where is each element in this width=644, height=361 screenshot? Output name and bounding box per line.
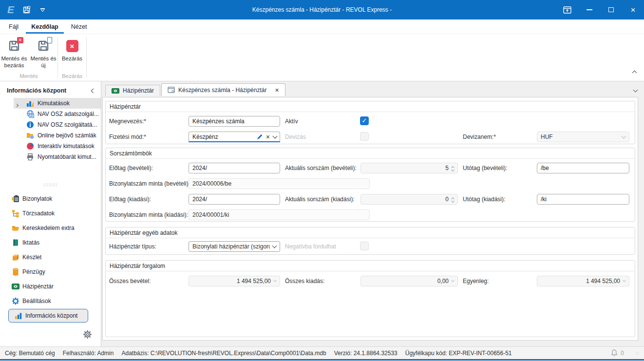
gear-icon: [12, 297, 19, 305]
quick-access-dropdown-icon[interactable]: [40, 8, 45, 11]
edit-pencil-icon[interactable]: [257, 134, 263, 140]
tab-label: Fájl: [9, 23, 19, 30]
spinner-arrows-icon: [452, 196, 454, 202]
tab-overflow-icon[interactable]: [634, 86, 637, 93]
ribbon-collapse-icon[interactable]: [633, 69, 636, 76]
sidebar-item-label: Iktatás: [22, 239, 39, 246]
sidebar-item-kereskedelem-extra[interactable]: Kereskedelem extra: [0, 221, 101, 235]
ribbon-pin-icon[interactable]: [556, 0, 578, 19]
close-tab-icon[interactable]: ×: [275, 87, 279, 94]
sidebar-splitter-handle[interactable]: ∷∷∷∷: [0, 184, 101, 190]
save-and-close-button[interactable]: × Mentés és bezárás: [0, 36, 28, 69]
sidebar-item-kimutatasok[interactable]: Kimutatások: [14, 98, 101, 109]
button-label: Mentés és bezárás: [0, 55, 28, 69]
tab-label: Kezdőlap: [31, 23, 58, 30]
sidebar-item-hazipenztar[interactable]: Házipénztár: [0, 279, 101, 294]
sidebar-item-nav-osz-adatszolg[interactable]: ab NAV OSZ adatszolgál...: [14, 109, 101, 119]
utotag-beveteli-input[interactable]: [537, 163, 629, 173]
tab-nezet[interactable]: Nézet: [65, 19, 94, 34]
chevron-right-icon[interactable]: [16, 101, 18, 108]
sidebar-item-informacios-kozpont[interactable]: Információs központ: [8, 309, 88, 323]
form-panel: Házipénztár Megnevezés:* Aktív ✓ Fizetés…: [102, 97, 638, 341]
resize-grip[interactable]: ∷: [636, 350, 639, 356]
sidebar-item-torzsadatok[interactable]: Törzsadatok: [0, 206, 101, 221]
book-icon: [12, 239, 19, 247]
field-value: 1 494 525,00: [192, 278, 271, 285]
tab-label: Nézet: [71, 23, 87, 30]
sidebar-item-interaktiv[interactable]: Interaktív kimutatások: [14, 141, 101, 152]
sidebar-item-iktatas[interactable]: Iktatás: [0, 235, 101, 250]
elotag-beveteli-label: Előtag (bevételi):: [109, 165, 153, 171]
aktualis-sorszam-kiadasi-label: Aktuális sorszám (kiadási):: [285, 196, 355, 203]
sidebar-item-label: Nyomtatóbarát kimut...: [38, 153, 96, 160]
tab-fajl[interactable]: Fájl: [2, 19, 25, 34]
globe-ab-icon: ab: [26, 110, 34, 118]
groupbox-title: Házipénztár: [106, 101, 635, 112]
hazipenztar-tipus-select[interactable]: Bizonylati házipénztár (szigorú s...: [189, 241, 280, 252]
sidebar-item-label: Információs központ: [25, 312, 77, 319]
fizetesi-mod-combo[interactable]: Készpénz ×: [189, 132, 280, 142]
sidebar-settings-gear-icon[interactable]: [83, 330, 92, 341]
devizanem-select: HUF: [537, 132, 629, 142]
egyenleg-field: 1 494 525,00: [537, 276, 629, 286]
close-badge-icon: ×: [17, 37, 23, 43]
megnevezes-label: Megnevezés:*: [109, 118, 146, 125]
combo-value: Készpénz: [192, 133, 253, 140]
osszes-bevetel-label: Összes bevétel:: [109, 278, 151, 285]
bar-chart-icon: [26, 99, 34, 107]
spinner-value: 0: [364, 196, 449, 203]
sidebar-item-keszlet[interactable]: Készlet: [0, 250, 101, 265]
sidebar-title: Információs központ: [7, 87, 92, 94]
osszes-kiadas-label: Összes kiadás:: [285, 278, 324, 285]
collapse-sidebar-icon[interactable]: [91, 88, 96, 93]
button-label: Bezárás: [62, 55, 82, 62]
utotag-kiadasi-input[interactable]: [537, 194, 629, 205]
sidebar-tree: Kimutatások ab NAV OSZ adatszolgál... NA…: [0, 98, 101, 162]
groupbox-title: Sorszámtömbök: [106, 148, 635, 159]
groupbox-egyeb-adatok: Házipénztár egyéb adatok Házipénztár típ…: [105, 227, 635, 255]
content-area: Házipénztár Készpénzes számla - Házipénz…: [101, 81, 644, 346]
close-button[interactable]: ×: [622, 0, 644, 19]
doc-tab-keszpenzes-szamla[interactable]: Készpénzes számla - Házipénztár ×: [161, 83, 285, 96]
status-bar: Cég: Bemutató cég Felhasználó: Admin Ada…: [0, 346, 644, 361]
utotag-beveteli-label: Utótag (bevételi):: [463, 165, 507, 171]
bell-icon[interactable]: [611, 349, 618, 357]
save-and-new-button[interactable]: Mentés és új: [29, 36, 57, 69]
close-form-button[interactable]: × Bezárás: [58, 36, 86, 62]
elotag-beveteli-input[interactable]: [189, 163, 280, 173]
devizas-label: Devizás: [285, 133, 306, 140]
elotag-kiadasi-input[interactable]: [189, 194, 280, 205]
sidebar-item-nav-osz-szolgaltat[interactable]: NAV OSZ szolgáltatá...: [14, 119, 101, 130]
sidebar-item-online-bejovo[interactable]: Online bejövő számlák: [14, 130, 101, 141]
aktiv-checkbox[interactable]: ✓: [360, 116, 369, 125]
sidebar-item-nyomtatobarat[interactable]: Nyomtatóbarát kimut...: [14, 152, 101, 162]
chevron-down-icon: [452, 281, 454, 282]
quick-save-icon[interactable]: [22, 6, 31, 14]
tab-kezdolap[interactable]: Kezdőlap: [25, 19, 65, 34]
sidebar-item-bizonylatok[interactable]: Bizonylatok: [0, 191, 101, 206]
maximize-button[interactable]: [600, 0, 622, 19]
field-value: 2024/00006/be: [192, 180, 366, 187]
open-folder-icon: [12, 224, 19, 232]
doc-tab-hazipenztar[interactable]: Házipénztár: [105, 85, 160, 96]
info-icon: [26, 121, 34, 129]
sidebar: Információs központ Kimutatások ab NAV O…: [0, 81, 101, 346]
sidebar-item-label: Törzsadatok: [22, 210, 55, 217]
sidebar-item-label: Házipénztár: [22, 283, 54, 290]
clear-icon[interactable]: ×: [266, 133, 270, 140]
fizetesi-mod-label: Fizetési mód:*: [109, 133, 146, 140]
minta-kiadasi-label: Bizonylatszám minta (kiadási):: [109, 211, 188, 218]
select-value: Bizonylati házipénztár (szigorú s...: [192, 243, 270, 250]
groupbox-hazipenztar: Házipénztár Megnevezés:* Aktív ✓ Fizetés…: [105, 101, 635, 144]
minimize-button[interactable]: [578, 0, 600, 19]
sidebar-item-penzugy[interactable]: Pénzügy: [0, 265, 101, 279]
aktualis-sorszam-kiadasi-spinner: 0: [360, 194, 458, 205]
ribbon-group-bezaras: × Bezárás Bezárás: [58, 36, 86, 81]
chevron-down-icon[interactable]: [273, 246, 276, 247]
egyenleg-label: Egyenleg:: [463, 278, 489, 285]
chevron-down-icon: [623, 281, 625, 282]
megnevezes-input[interactable]: [189, 116, 280, 127]
sidebar-item-beallitasok[interactable]: Beállítások: [0, 294, 101, 308]
chevron-down-icon[interactable]: [273, 136, 277, 138]
printer-icon: [26, 153, 34, 161]
